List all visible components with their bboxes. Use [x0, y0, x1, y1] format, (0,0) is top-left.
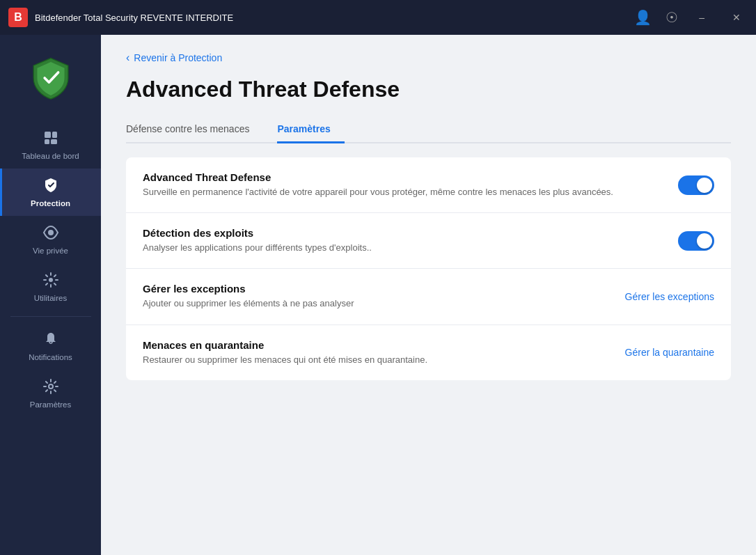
setting-title-exploit: Détection des exploits [143, 227, 678, 239]
settings-nav-icon [42, 378, 59, 398]
setting-desc-exceptions: Ajouter ou supprimer les éléments à ne p… [143, 297, 625, 310]
setting-action-quarantine: Gérer la quarantaine [625, 347, 714, 358]
setting-action-atd [678, 175, 714, 195]
setting-info-quarantine: Menaces en quarantaine Restaurer ou supp… [143, 339, 625, 366]
sidebar: Tableau de bord Protection Vie privée [0, 35, 101, 555]
close-button[interactable]: ✕ [725, 9, 748, 26]
sidebar-logo-area [29, 42, 73, 121]
tab-settings[interactable]: Paramètres [277, 116, 344, 143]
svg-rect-0 [45, 132, 51, 138]
svg-point-6 [49, 384, 53, 389]
setting-action-exploit [678, 231, 714, 251]
setting-row-atd: Advanced Threat Defense Surveille en per… [126, 157, 731, 213]
atd-toggle-knob [697, 178, 712, 193]
manage-quarantine-link[interactable]: Gérer la quarantaine [625, 347, 714, 358]
setting-desc-exploit: Analyser les applications pour différent… [143, 242, 630, 254]
breadcrumb-text: Revenir à Protection [134, 52, 222, 63]
setting-title-atd: Advanced Threat Defense [143, 171, 678, 183]
setting-action-exceptions: Gérer les exceptions [625, 291, 714, 302]
setting-desc-quarantine: Restaurer ou supprimer les menaces qui o… [143, 354, 625, 366]
tabs-bar: Défense contre les menaces Paramètres [126, 116, 731, 143]
setting-title-quarantine: Menaces en quarantaine [143, 339, 625, 351]
app-title: Bitdefender Total Security REVENTE INTER… [35, 13, 634, 23]
setting-row-quarantine: Menaces en quarantaine Restaurer ou supp… [126, 325, 731, 380]
setting-desc-atd: Surveille en permanence l'activité de vo… [143, 186, 630, 198]
sidebar-item-dashboard[interactable]: Tableau de bord [0, 121, 101, 169]
setting-title-exceptions: Gérer les exceptions [143, 283, 625, 295]
svg-rect-3 [51, 139, 57, 144]
utilities-icon [42, 272, 59, 291]
svg-point-4 [48, 230, 54, 235]
content-inner: ‹ Revenir à Protection Advanced Threat D… [101, 35, 756, 555]
privacy-icon [42, 224, 59, 244]
manage-exceptions-link[interactable]: Gérer les exceptions [625, 291, 714, 302]
shield-logo-icon [29, 56, 73, 100]
sidebar-item-protection[interactable]: Protection [0, 169, 101, 216]
sidebar-item-notifications[interactable]: Notifications [0, 322, 101, 370]
sidebar-item-label-dashboard: Tableau de bord [22, 152, 79, 160]
breadcrumb[interactable]: ‹ Revenir à Protection [126, 52, 731, 64]
sidebar-item-privacy[interactable]: Vie privée [0, 216, 101, 263]
window-controls: 👤 ☉ – ✕ [634, 9, 748, 26]
user-icon[interactable]: 👤 [634, 9, 652, 26]
notifications-icon [42, 331, 59, 350]
sidebar-divider [10, 316, 91, 317]
sidebar-item-label-notifications: Notifications [29, 353, 72, 361]
sidebar-item-label-privacy: Vie privée [33, 247, 68, 255]
sidebar-item-settings[interactable]: Paramètres [0, 370, 101, 417]
settings-card: Advanced Threat Defense Surveille en per… [126, 157, 731, 380]
help-icon[interactable]: ☉ [666, 9, 678, 26]
sidebar-item-label-settings: Paramètres [30, 400, 71, 409]
exploit-toggle-knob [697, 233, 712, 249]
setting-row-exceptions: Gérer les exceptions Ajouter ou supprime… [126, 269, 731, 325]
svg-rect-2 [45, 139, 49, 144]
protection-icon [42, 177, 59, 196]
setting-info-atd: Advanced Threat Defense Surveille en per… [143, 171, 678, 198]
sidebar-item-label-utilities: Utilitaires [34, 294, 67, 302]
content-area: ‹ Revenir à Protection Advanced Threat D… [101, 35, 756, 555]
sidebar-item-utilities[interactable]: Utilitaires [0, 263, 101, 311]
setting-info-exploit: Détection des exploits Analyser les appl… [143, 227, 678, 254]
breadcrumb-arrow-icon: ‹ [126, 52, 129, 64]
svg-point-5 [49, 278, 53, 282]
titlebar: B Bitdefender Total Security REVENTE INT… [0, 0, 756, 35]
setting-row-exploit: Détection des exploits Analyser les appl… [126, 213, 731, 269]
exploit-toggle[interactable] [678, 231, 714, 251]
page-title: Advanced Threat Defense [126, 77, 731, 102]
main-layout: Tableau de bord Protection Vie privée [0, 35, 756, 555]
tab-defense[interactable]: Défense contre les menaces [126, 116, 263, 143]
dashboard-icon [42, 130, 59, 149]
app-logo: B [8, 8, 28, 27]
sidebar-item-label-protection: Protection [31, 199, 70, 208]
atd-toggle[interactable] [678, 175, 714, 195]
svg-rect-1 [52, 132, 57, 138]
setting-info-exceptions: Gérer les exceptions Ajouter ou supprime… [143, 283, 625, 310]
minimize-button[interactable]: – [692, 9, 711, 26]
